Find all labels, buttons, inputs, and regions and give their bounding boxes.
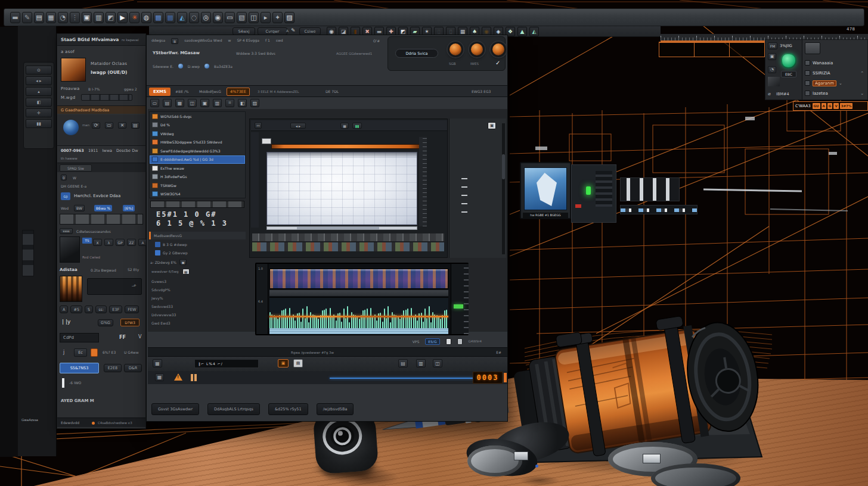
cdpd-display[interactable]: CdPd (60, 333, 99, 342)
menu-item[interactable]: ddwgsa (151, 38, 165, 44)
mini-icon[interactable]: GP (116, 239, 125, 246)
toolbar-icon[interactable]: ▨ (284, 12, 294, 23)
toolbar-icon[interactable]: ▤ (34, 12, 44, 23)
toolbar-icon[interactable]: ▦ (46, 12, 56, 23)
tab-3[interactable]: MddbdfjwsG (199, 89, 221, 94)
window-scrollbar[interactable] (502, 123, 505, 254)
city-thumbnail[interactable] (60, 276, 82, 302)
toolbar-icon[interactable]: ▬ (10, 12, 20, 23)
toolbar-icon[interactable]: ⋮ (70, 12, 80, 23)
menu-item[interactable]: Sdwwww E. (153, 64, 173, 68)
tab-active[interactable]: EXMS (149, 88, 170, 96)
menu-item[interactable]: w (228, 38, 231, 44)
toolbar-icon[interactable]: ◔ (58, 12, 68, 23)
tab-spad[interactable]: SPAD Siw (60, 164, 92, 172)
page-chip-2[interactable] (457, 338, 463, 345)
sub-row-3[interactable]: a- ZDdwvg E% ▣ (150, 259, 187, 265)
toolbar-icon[interactable]: ◫ (249, 12, 259, 23)
wave-header-icon[interactable]: ▦ (182, 269, 190, 275)
tag-chip[interactable]: A (822, 103, 826, 109)
viewport-icon[interactable]: ◂ ▸ (290, 123, 306, 129)
window-toolbar-icon[interactable]: ◧ (238, 99, 247, 107)
e2-button[interactable]: E2E8 (104, 364, 122, 372)
tag-chip[interactable]: GU (813, 103, 820, 109)
property-row[interactable]: Iazetea ⌄ (802, 88, 866, 98)
property-row[interactable]: Wanaaaia (802, 58, 866, 68)
window-toolbar-icon[interactable]: ▦ (175, 99, 184, 107)
adista-right[interactable]: S2 Ety (128, 267, 139, 272)
menu-chip[interactable]: B (171, 38, 178, 44)
orange-cell[interactable] (695, 43, 730, 57)
toolbar-icon[interactable]: ◩ (106, 12, 116, 23)
orange-cell[interactable] (730, 43, 765, 57)
orange-highlight-row[interactable]: MadbawdfwvsG (149, 232, 246, 239)
secondary-toolbar-icon[interactable]: ▲ (517, 27, 527, 36)
orange-mini-button[interactable]: ▣ (278, 359, 289, 367)
chevron-icon[interactable]: ⌄ (839, 81, 842, 86)
filmstrip-thumbnails[interactable] (60, 214, 143, 225)
chevron-icon[interactable]: ⌃ (860, 71, 864, 76)
property-row[interactable]: Agaranm ⌄ (802, 78, 866, 88)
viewport-icon[interactable]: ▮▮ (352, 123, 362, 129)
grid-button[interactable]: ▦ (153, 359, 162, 367)
toolbar-icon[interactable]: ▶ (117, 12, 128, 23)
chevron-icon[interactable]: ⌄ (860, 91, 864, 96)
dark-thumbnail[interactable] (60, 236, 80, 263)
side-list-item[interactable]: Swdvvwd33 (149, 302, 238, 310)
window-toolbar-icon[interactable]: ▥ (213, 99, 222, 107)
small-button[interactable]: E3F (109, 306, 122, 313)
bottom-bar-left[interactable]: Edewdvdd (61, 420, 79, 425)
tree-item[interactable]: SwwFEddwdgwgWdwwddd G3%3 (150, 147, 245, 155)
toolbar-icon[interactable]: ✳ (129, 12, 140, 23)
toolbar-icon[interactable]: ◭ (177, 12, 187, 23)
knob-2[interactable] (469, 42, 485, 57)
blue-badge-2[interactable]: [6%] (123, 205, 135, 211)
list-header-tile[interactable] (805, 42, 820, 54)
tree-bottom-strip[interactable] (150, 201, 244, 208)
menu-item[interactable]: swd (276, 38, 283, 44)
dn-button[interactable]: D&R (124, 364, 142, 372)
ebc-chip[interactable]: EBC (781, 71, 796, 77)
bottom-tab[interactable]: /wjzbsvd5Ba (317, 403, 354, 415)
grid-button-2[interactable]: ▦ (155, 373, 164, 381)
toolbar-icon[interactable]: ▥ (94, 12, 104, 23)
blue-sphere-icon[interactable] (63, 120, 79, 135)
blue-badge-1[interactable]: B6wa % (94, 205, 112, 211)
tree-item[interactable]: ExThw wwaw (150, 164, 245, 173)
tree-item[interactable]: E-ddddbhwd.AwG %d | GG 3d (150, 155, 245, 164)
scrollbar-thumb[interactable] (297, 227, 379, 229)
menu-item[interactable]: SP 4 ESvgga (237, 38, 259, 44)
panel-button-1[interactable]: ▣ (768, 53, 776, 60)
strip-button[interactable]: ▴ (26, 87, 52, 96)
hierarchy-row[interactable]: G]i Hwrchcl. Exvbce Ddaa (57, 191, 145, 203)
tree-item[interactable]: TSRWGw (150, 181, 245, 190)
window-toolbar-icon[interactable]: ▨ (250, 99, 259, 107)
secondary-toolbar-icon[interactable]: ◭ (529, 27, 539, 36)
tree-item[interactable]: H 3dfvdwFwGs (150, 173, 245, 182)
ts-chip[interactable]: TS (82, 238, 92, 244)
toolbar-icon[interactable]: ◍ (141, 12, 151, 23)
toolbar-icon[interactable]: ▩ (165, 12, 175, 23)
orange-title-bar[interactable] (271, 144, 421, 149)
bottom-bar-right[interactable]: C4saBdvshwdIww e3 (98, 421, 132, 425)
bw-chip[interactable]: BW (74, 205, 85, 211)
side-list-item[interactable]: Gwd Ewd3 (149, 319, 238, 327)
close-x-icon[interactable]: ✕ (118, 122, 126, 129)
mini-icon[interactable]: ZZ (127, 239, 136, 246)
tree-item[interactable]: WG%tSdd-S-dvgs (150, 112, 245, 121)
window-scrollbar-thumb[interactable] (502, 154, 505, 179)
menu-item[interactable]: f 1 (265, 38, 270, 44)
tab-5[interactable]: DE 7DL (326, 89, 339, 94)
zero-chip[interactable]: 0 (61, 175, 67, 180)
orange-cell[interactable] (659, 43, 695, 57)
tree-item[interactable]: HWBwS3Ddggww S%d33 SWdwvd (150, 138, 245, 147)
tree-item[interactable]: VWdwg (150, 129, 245, 138)
drag-target-box[interactable]: ⬏ (87, 278, 142, 295)
small-button[interactable]: FEW (125, 306, 139, 313)
strip-button[interactable]: ◂ ▸ (26, 76, 52, 85)
row1-right[interactable]: ggwa 2 (124, 87, 137, 91)
side-list-item[interactable]: Ddvwvwvw33 (149, 310, 238, 319)
viewport-icon[interactable]: ▦ (340, 123, 349, 129)
waveform-main[interactable] (269, 297, 448, 328)
property-row[interactable]: SSIRIZIA ⌃ (802, 68, 866, 78)
